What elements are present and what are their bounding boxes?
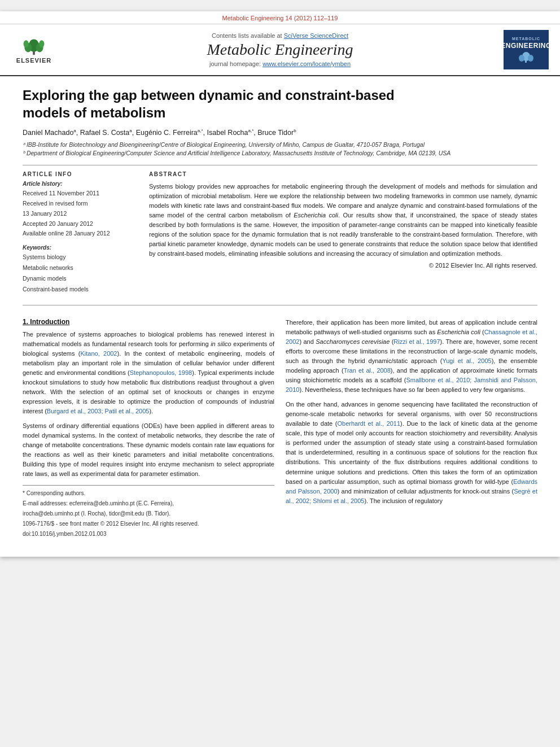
journal-title: Metabolic Engineering xyxy=(207,41,353,59)
abstract-title: ABSTRACT xyxy=(149,171,537,177)
intro-para2: Systems of ordinary differential equatio… xyxy=(23,421,274,479)
article-info-title: ARTICLE INFO xyxy=(23,171,135,177)
col-right-para2: On the other hand, advances in genome se… xyxy=(286,400,537,506)
keywords-list: Systems biology Metabolic networks Dynam… xyxy=(23,252,135,295)
elsevier-logo: ELSEVIER xyxy=(11,34,56,65)
abstract-text: Systems biology provides new approaches … xyxy=(149,182,537,259)
badge-tree-icon xyxy=(518,51,535,63)
intro-num: 1. xyxy=(23,318,28,326)
fn-doi: doi:10.1016/j.ymben.2012.01.003 xyxy=(23,530,274,539)
col-left: 1. Introduction The prevalence of system… xyxy=(23,318,274,540)
homepage-link[interactable]: www.elsevier.com/locate/ymben xyxy=(262,60,351,67)
badge-top-text: METABOLIC xyxy=(512,36,540,41)
authors-line: Daniel Machadoa, Rafael S. Costaa, Eugén… xyxy=(23,128,537,137)
badge-main-text: ENGINEERING xyxy=(501,42,552,50)
col-right: Therefore, their application has been mo… xyxy=(286,318,537,540)
journal-citation: Metabolic Engineering 14 (2012) 112–119 xyxy=(222,15,338,21)
intro-para1: The prevalence of systems approaches to … xyxy=(23,330,274,416)
svg-point-5 xyxy=(39,40,44,47)
intro-title: Introduction xyxy=(30,318,69,326)
fn-corresponding: * Corresponding authors. xyxy=(23,489,274,498)
journal-homepage-line: journal homepage: www.elsevier.com/locat… xyxy=(209,60,351,67)
kw-3: Dynamic models xyxy=(23,273,135,284)
divider-1 xyxy=(23,165,537,165)
affiliations: ᵃ IBB-Institute for Biotechnology and Bi… xyxy=(23,141,537,159)
journal-badge: METABOLIC ENGINEERING xyxy=(504,30,549,69)
article-body: Exploring the gap between dynamic and co… xyxy=(0,76,560,557)
svg-point-8 xyxy=(519,55,524,62)
footnotes: * Corresponding authors. E-mail addresse… xyxy=(23,485,274,539)
divider-2 xyxy=(23,305,537,305)
kw-4: Constraint-based models xyxy=(23,284,135,295)
journal-citation-bar: Metabolic Engineering 14 (2012) 112–119 xyxy=(0,11,560,24)
main-content: 1. Introduction The prevalence of system… xyxy=(23,318,537,540)
elsevier-wordmark: ELSEVIER xyxy=(16,57,51,64)
col-right-para1: Therefore, their application has been mo… xyxy=(286,318,537,395)
intro-heading: 1. Introduction xyxy=(23,318,274,326)
revised-label: Received in revised form xyxy=(23,199,135,209)
elsevier-tree-icon xyxy=(20,36,48,56)
journal-badge-area: METABOLIC ENGINEERING xyxy=(498,30,549,69)
info-abstract-section: ARTICLE INFO Article history: Received 1… xyxy=(23,171,537,295)
received-date: Received 11 November 2011 xyxy=(23,189,135,199)
svg-point-9 xyxy=(528,55,533,62)
revised-date: 13 January 2012 xyxy=(23,209,135,219)
sciverse-link[interactable]: SciVerse ScienceDirect xyxy=(284,32,348,39)
keywords-label: Keywords: xyxy=(23,244,135,251)
sciverse-line: Contents lists available at SciVerse Sci… xyxy=(212,32,348,39)
accepted-date: Accepted 20 January 2012 xyxy=(23,219,135,229)
abstract-panel: ABSTRACT Systems biology provides new ap… xyxy=(149,171,537,295)
homepage-label: journal homepage: xyxy=(209,60,261,67)
available-date: Available online 28 January 2012 xyxy=(23,229,135,239)
fn-email2: irocha@deb.uminho.pt (I. Rocha), tidor@m… xyxy=(23,509,274,518)
journal-header: ELSEVIER Contents lists available at Sci… xyxy=(0,24,560,76)
page: Metabolic Engineering 14 (2012) 112–119 … xyxy=(0,11,560,557)
journal-header-center: Contents lists available at SciVerse Sci… xyxy=(68,30,492,69)
article-dates: Received 11 November 2011 Received in re… xyxy=(23,189,135,239)
affiliation-b: ᵇ Department of Biological Engineering/C… xyxy=(23,149,537,158)
fn-email1: E-mail addresses: ecferreira@deb.uminho.… xyxy=(23,499,274,508)
elsevier-logo-area: ELSEVIER xyxy=(11,30,62,69)
svg-point-4 xyxy=(24,40,29,47)
article-info-panel: ARTICLE INFO Article history: Received 1… xyxy=(23,171,135,295)
contents-text: Contents lists available at xyxy=(212,32,282,39)
fn-issn: 1096-7176/$ - see front matter © 2012 El… xyxy=(23,519,274,528)
kw-1: Systems biology xyxy=(23,252,135,263)
article-title: Exploring the gap between dynamic and co… xyxy=(23,86,537,121)
affiliation-a: ᵃ IBB-Institute for Biotechnology and Bi… xyxy=(23,141,537,150)
kw-2: Metabolic networks xyxy=(23,263,135,273)
history-label: Article history: xyxy=(23,181,135,187)
copyright-line: © 2012 Elsevier Inc. All rights reserved… xyxy=(149,262,537,269)
